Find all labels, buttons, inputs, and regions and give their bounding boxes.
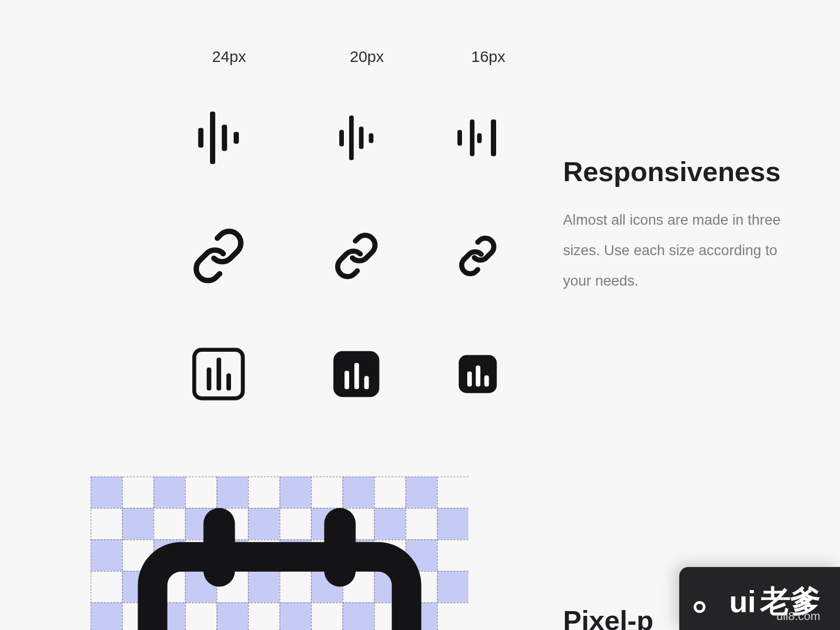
- size-label-16: 16px: [429, 47, 548, 66]
- watermark-url: uii8.com: [776, 610, 821, 623]
- link-icon: [457, 236, 498, 277]
- link-icon: [333, 233, 380, 280]
- size-label-24: 24px: [154, 47, 305, 66]
- icon-grid: [143, 99, 537, 453]
- wave-icon: [195, 112, 242, 164]
- icon-row-wave: [143, 99, 537, 177]
- chart-icon: [192, 348, 245, 401]
- chart-icon: [459, 355, 497, 393]
- chart-icon: [333, 351, 380, 397]
- watermark-logo-text: ui: [729, 584, 756, 620]
- section-pixel-perfect: Pixel-p: [563, 605, 654, 631]
- section-description: Almost all icons are made in three sizes…: [563, 205, 800, 297]
- size-label-20: 20px: [304, 47, 429, 66]
- wave-icon: [454, 120, 500, 156]
- icon-row-link: [143, 217, 537, 296]
- icon-row-chart: [143, 335, 537, 414]
- section-title: Pixel-p: [563, 605, 654, 631]
- section-title: Responsiveness: [563, 156, 800, 188]
- link-icon: [191, 228, 247, 285]
- pixel-grid-preview: [91, 477, 469, 631]
- watermark-badge: ui 老爹 uii8.com: [679, 567, 840, 630]
- wave-icon: [337, 116, 376, 160]
- section-responsiveness: Responsiveness Almost all icons are made…: [563, 156, 800, 297]
- size-labels-row: 24px 20px 16px: [154, 47, 548, 66]
- watermark-dot-icon: [694, 601, 706, 613]
